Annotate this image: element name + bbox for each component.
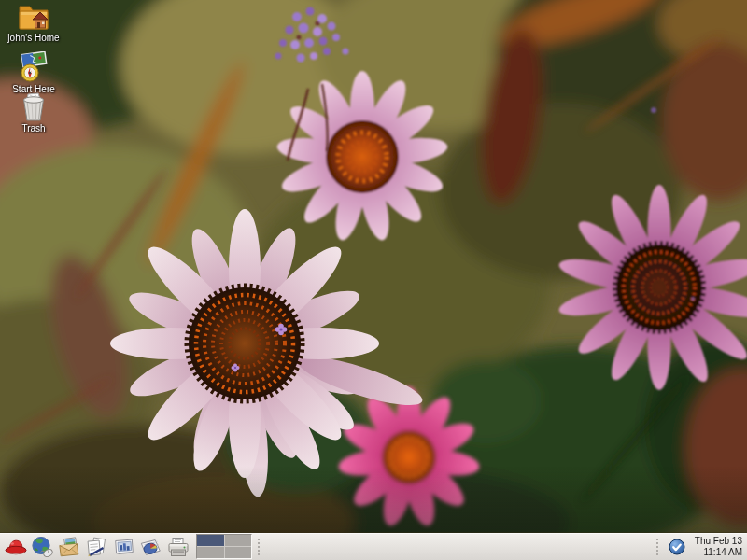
home-folder-icon	[16, 0, 51, 32]
workspace-1[interactable]	[197, 535, 224, 546]
workspace-switcher[interactable]	[196, 534, 252, 559]
spreadsheet-button[interactable]	[139, 535, 163, 559]
desktop-icon-trash[interactable]: Trash	[6, 92, 62, 133]
presentation-button[interactable]	[112, 535, 136, 559]
email-button[interactable]	[58, 535, 82, 559]
workspace-4[interactable]	[225, 547, 252, 558]
desktop: john's Home Start Here	[0, 0, 747, 533]
redhat-menu-icon	[4, 536, 28, 558]
print-manager-button[interactable]	[166, 535, 190, 559]
start-here-icon	[18, 51, 49, 83]
main-menu-button[interactable]	[4, 535, 28, 559]
web-browser-button[interactable]	[31, 535, 55, 559]
applet-drag-handle[interactable]	[258, 539, 262, 555]
printer-icon	[166, 536, 190, 558]
applet-drag-handle[interactable]	[656, 539, 661, 555]
word-processor-button[interactable]	[85, 535, 109, 559]
workspace-3[interactable]	[197, 547, 224, 558]
trash-icon	[20, 92, 48, 122]
spreadsheet-pie-icon	[139, 536, 163, 558]
desktop-icon-label: Trash	[21, 123, 45, 133]
clock-applet[interactable]: Thu Feb 13 11:14 AM	[690, 536, 742, 557]
clock-date: Thu Feb 13	[695, 536, 742, 547]
desktop-icon-start-here[interactable]: Start Here	[2, 51, 65, 94]
email-envelope-icon	[58, 536, 82, 558]
panel-launcher-area	[0, 533, 265, 560]
bottom-panel: Thu Feb 13 11:14 AM	[0, 533, 747, 560]
presentation-chart-icon	[112, 536, 136, 558]
desktop-icon-label: john's Home	[7, 33, 59, 43]
workspace-2[interactable]	[225, 535, 252, 546]
desktop-wallpaper	[0, 0, 747, 533]
panel-status-area: Thu Feb 13 11:14 AM	[654, 533, 747, 560]
word-processor-icon	[85, 536, 109, 558]
clock-time: 11:14 AM	[703, 547, 742, 558]
desktop-icon-johns-home[interactable]: john's Home	[0, 0, 67, 43]
update-check-icon	[669, 539, 685, 555]
web-browser-globe-icon	[31, 536, 55, 558]
update-notifier-button[interactable]	[669, 539, 685, 555]
